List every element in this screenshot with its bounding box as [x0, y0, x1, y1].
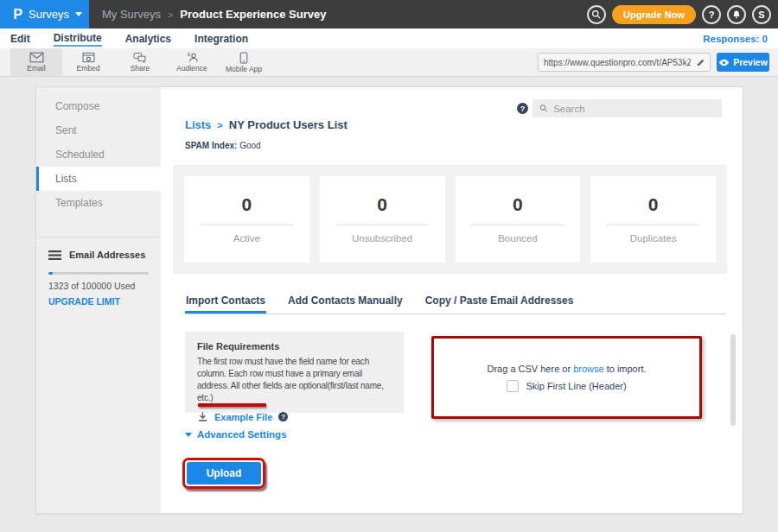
stat-divider: [335, 225, 430, 225]
lists-panel: Compose Sent Scheduled Lists Templates E…: [35, 86, 743, 514]
stat-value: 0: [590, 194, 716, 215]
breadcrumb-separator: >: [168, 10, 173, 20]
envelope-icon: [29, 52, 44, 63]
email-sidebar: Compose Sent Scheduled Lists Templates E…: [36, 87, 161, 513]
skip-first-line-label: Skip First Line (Header): [526, 381, 626, 391]
preview-button[interactable]: Preview: [717, 53, 769, 72]
breadcrumb-separator: >: [217, 120, 222, 130]
email-addresses-section: Email Addresses 1323 of 100000 Used UPGR…: [48, 250, 152, 307]
search-icon: [539, 104, 548, 113]
chevron-down-icon: [75, 12, 82, 16]
notifications-button[interactable]: [727, 5, 746, 24]
nav-analytics[interactable]: Analytics: [125, 31, 171, 46]
product-menu[interactable]: P Surveys: [0, 0, 89, 28]
top-navbar: P Surveys My Surveys > Product Experienc…: [0, 0, 778, 28]
spam-index-value: Good: [239, 141, 260, 150]
channel-email[interactable]: Email: [10, 48, 62, 76]
dropzone-text-before: Drag a CSV here or: [487, 364, 573, 374]
file-requirements-box: File Requirements The first row must hav…: [185, 332, 404, 413]
list-stats: 0 Active 0 Unsubscribed 0 Bounced 0: [173, 165, 727, 274]
upload-button[interactable]: Upload: [187, 462, 261, 484]
breadcrumb-survey-title: Product Experience Survey: [180, 8, 326, 21]
file-requirements-title: File Requirements: [197, 341, 392, 352]
browse-link[interactable]: browse: [573, 364, 603, 374]
tab-copy-paste-email-addresses[interactable]: Copy / Paste Email Addresses: [424, 294, 575, 314]
stat-value: 0: [320, 194, 445, 215]
survey-nav: Edit Distribute Analytics Integration Re…: [0, 28, 778, 48]
list-breadcrumb: Lists > NY Product Users List: [185, 118, 348, 131]
stat-card-unsubscribed: 0 Unsubscribed: [320, 176, 445, 263]
tab-add-contacts-manually[interactable]: Add Contacts Manually: [287, 294, 404, 314]
tab-import-contacts[interactable]: Import Contacts: [185, 294, 266, 314]
search-button[interactable]: [587, 5, 606, 24]
svg-text:$: $: [187, 52, 190, 57]
mobile-phone-icon: [239, 52, 248, 64]
channel-audience-label: Audience: [176, 64, 207, 73]
scrollbar-thumb[interactable]: [730, 334, 736, 426]
survey-url[interactable]: https://www.questionpro.com/t/AP53kZgfo: [539, 58, 691, 67]
sidebar-item-templates[interactable]: Templates: [36, 191, 161, 215]
sidebar-item-sent[interactable]: Sent: [36, 118, 161, 142]
channel-share[interactable]: Share: [114, 48, 166, 76]
list-search-box: [532, 99, 722, 117]
stat-label: Unsubscribed: [320, 233, 445, 244]
product-menu-label: Surveys: [29, 8, 69, 21]
stat-divider: [200, 225, 294, 225]
download-icon: [197, 411, 208, 422]
email-usage-progressbar: [48, 272, 149, 275]
channel-share-label: Share: [131, 64, 150, 73]
list-icon: [48, 250, 61, 260]
stat-divider: [471, 225, 565, 225]
nav-edit[interactable]: Edit: [10, 31, 30, 46]
upgrade-now-button[interactable]: Upgrade Now: [612, 5, 696, 24]
channel-embed-label: Embed: [77, 64, 100, 73]
bell-icon: [731, 10, 742, 20]
breadcrumb-my-surveys[interactable]: My Surveys: [102, 8, 161, 21]
example-file-link[interactable]: Example File: [214, 412, 272, 422]
sidebar-item-lists[interactable]: Lists: [36, 167, 161, 191]
list-help-icon[interactable]: ?: [517, 103, 528, 114]
sidebar-item-compose[interactable]: Compose: [36, 94, 161, 118]
search-input[interactable]: [553, 104, 715, 114]
channel-mobile-app[interactable]: Mobile App: [218, 48, 270, 76]
example-file-row: Example File ?: [197, 411, 392, 422]
email-sidebar-nav: Compose Sent Scheduled Lists Templates: [36, 87, 161, 215]
user-avatar[interactable]: S: [752, 5, 771, 24]
stat-card-active: 0 Active: [184, 176, 309, 263]
app-screen: P Surveys My Surveys > Product Experienc…: [0, 0, 778, 532]
stat-value: 0: [456, 194, 581, 215]
channel-audience[interactable]: $ Audience: [166, 48, 218, 76]
nav-integration[interactable]: Integration: [194, 31, 248, 46]
search-icon: [591, 10, 602, 20]
channel-mobile-app-label: Mobile App: [226, 65, 262, 73]
questionpro-logo: P: [13, 8, 22, 22]
upgrade-limit-link[interactable]: UPGRADE LIMIT: [48, 296, 152, 307]
distribute-toolbar: Email Embed Share $ Audience Mobile App …: [0, 48, 778, 77]
nav-distribute[interactable]: Distribute: [54, 30, 102, 47]
annotation-example-file-underline: [198, 403, 266, 407]
pencil-icon: [696, 58, 705, 67]
channel-embed[interactable]: Embed: [62, 48, 114, 76]
topbar-actions: Upgrade Now ? S: [587, 0, 771, 28]
responses-count[interactable]: Responses: 0: [703, 34, 768, 44]
skip-first-line-checkbox[interactable]: [507, 380, 519, 392]
dropzone-text-after: to import.: [604, 364, 647, 374]
example-file-help-icon[interactable]: ?: [278, 412, 288, 421]
stat-card-duplicates: 0 Duplicates: [590, 176, 716, 263]
edit-url-button[interactable]: [691, 54, 710, 71]
email-usage-text: 1323 of 100000 Used: [48, 281, 152, 291]
advanced-settings-label: Advanced Settings: [197, 429, 287, 440]
contacts-tabs: Import Contacts Add Contacts Manually Co…: [185, 294, 726, 314]
audience-icon: $: [185, 52, 200, 63]
spam-index-label: SPAM Index:: [185, 141, 237, 150]
help-button[interactable]: ?: [702, 5, 721, 24]
sidebar-item-scheduled[interactable]: Scheduled: [36, 142, 161, 167]
sidebar-divider: [36, 237, 161, 238]
spam-index: SPAM Index: Good: [185, 141, 261, 150]
breadcrumb-lists-link[interactable]: Lists: [185, 118, 211, 131]
advanced-settings-toggle[interactable]: Advanced Settings: [185, 429, 287, 440]
csv-dropzone[interactable]: Drag a CSV here or browse to import. Ski…: [431, 336, 702, 419]
survey-breadcrumb: My Surveys > Product Experience Survey: [102, 8, 326, 21]
stat-value: 0: [184, 194, 309, 215]
stat-label: Bounced: [456, 233, 581, 244]
